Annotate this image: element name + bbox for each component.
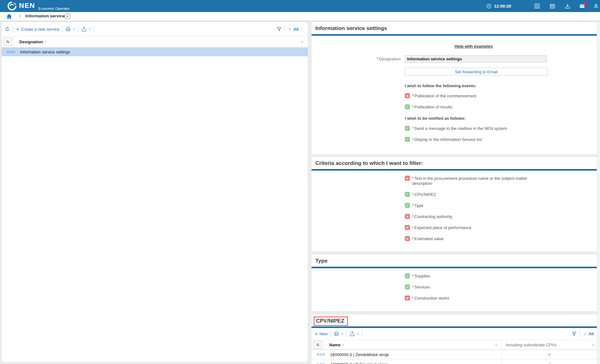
- column-header-subordinate[interactable]: Including subordinate CPVs: [506, 343, 556, 347]
- dropdown-arrow-icon[interactable]: ▽: [341, 332, 343, 336]
- toolbar-separator: [13, 26, 13, 33]
- column-header-designation[interactable]: Designation: [19, 39, 43, 44]
- downloads-button[interactable]: [562, 0, 573, 12]
- filter-preset-arrow-icon[interactable]: ▽: [288, 27, 291, 31]
- cpv-table-row[interactable]: 16000000-5 | Zemědělské stroje ✓: [312, 350, 597, 360]
- section-type: Type ✓ *Supplies ✓ *Services × *Construc…: [312, 255, 597, 311]
- refresh-button[interactable]: [5, 27, 10, 32]
- top-header-bar: NEN Economic Operator 12:00:20: [0, 0, 600, 12]
- checkbox-label: *Supplies: [412, 273, 430, 279]
- profile-button[interactable]: [590, 0, 600, 12]
- checkbox[interactable]: ×: [405, 236, 410, 241]
- print-button[interactable]: ▽: [334, 331, 343, 337]
- checkbox[interactable]: ×: [405, 176, 410, 181]
- help-with-examples-link[interactable]: Help with examples: [455, 44, 493, 49]
- detail-panel: Information service settings Help with e…: [312, 22, 597, 364]
- create-service-button[interactable]: + Create a new service: [16, 27, 59, 32]
- toolbar-separator: [78, 26, 78, 33]
- checkbox-row: ✓ *Services: [405, 284, 582, 290]
- cpv-toolbar: + New ▽ ▽: [312, 328, 597, 340]
- dropdown-arrow-icon[interactable]: ▽: [73, 27, 75, 31]
- set-forwarding-email-button[interactable]: Set forwarding to Email: [405, 68, 547, 76]
- checkbox-label: *Estimated value: [412, 236, 444, 241]
- export-button[interactable]: ▽: [81, 27, 91, 32]
- column-settings-button[interactable]: [314, 341, 322, 349]
- cpv-row-name[interactable]: 16000000-5 | Zemědělské stroje: [330, 352, 389, 357]
- column-filter-arrow-icon[interactable]: ▽: [592, 343, 594, 347]
- checkbox-row: × *Text in the procurement procedure nam…: [405, 176, 582, 186]
- filter-button[interactable]: [572, 331, 577, 337]
- checkbox-label: *Contracting authority: [412, 214, 452, 219]
- checkbox-row: × *Publication of the commencement: [405, 93, 582, 99]
- print-icon: [65, 27, 71, 32]
- print-button[interactable]: ▽: [65, 27, 75, 32]
- row-menu-icon[interactable]: [7, 51, 15, 53]
- filter-preset-arrow-icon[interactable]: ▽: [584, 332, 586, 336]
- checkbox[interactable]: ×: [405, 225, 410, 230]
- filter-all-label[interactable]: All: [588, 331, 594, 336]
- checkbox-row: × *Expected place of performance: [405, 225, 582, 230]
- checkbox-row: ✓ *Publication of results: [405, 104, 582, 110]
- checkbox[interactable]: ✓: [405, 192, 410, 197]
- checkbox[interactable]: ×: [405, 295, 410, 300]
- checkbox-row: ✓ *CPV/NIPEZ: [405, 192, 582, 197]
- calendar-button[interactable]: [547, 0, 558, 12]
- service-table-header: Designation ↑ ▽: [2, 36, 308, 48]
- menu-button[interactable]: [531, 0, 543, 12]
- dropdown-arrow-icon[interactable]: ▽: [357, 332, 359, 336]
- cpv-table-header: Name ↑ ▽ Including subordinate CPVs ▽: [312, 340, 597, 350]
- section-filter-criteria: Criteria according to which I want to fi…: [312, 157, 597, 252]
- new-cpv-label: New: [319, 331, 328, 336]
- new-cpv-button[interactable]: + New: [315, 331, 328, 337]
- checkbox-row: ✓ *Supplies: [405, 273, 582, 279]
- refresh-icon: [5, 27, 10, 32]
- column-header-name[interactable]: Name: [329, 343, 340, 347]
- export-button[interactable]: ▽: [349, 331, 359, 337]
- service-row-name[interactable]: Information service settings: [20, 50, 70, 54]
- column-settings-button[interactable]: [4, 38, 12, 46]
- clock-widget: 12:00:20: [486, 0, 511, 12]
- checkbox[interactable]: ✓: [405, 126, 410, 131]
- checkbox[interactable]: ✓: [405, 273, 410, 278]
- app-subtitle: Economic Operator: [38, 7, 70, 10]
- column-filter-arrow-icon[interactable]: ▽: [495, 343, 498, 347]
- checkbox-row: ✓ *Display in the Information Service li…: [405, 137, 582, 142]
- checkbox-label: *Services: [412, 284, 430, 290]
- row-menu-icon[interactable]: [317, 354, 325, 356]
- filter-button[interactable]: [276, 27, 282, 32]
- service-row-selected[interactable]: Information service settings: [2, 48, 308, 56]
- checkbox-row: × *Estimated value: [405, 236, 582, 241]
- mail-button[interactable]: [576, 0, 588, 12]
- checkbox[interactable]: ✓: [405, 137, 410, 142]
- checkbox[interactable]: ×: [405, 214, 410, 219]
- close-tab-icon[interactable]: ✕: [65, 13, 71, 19]
- breadcrumb-tab-label[interactable]: Information service: [25, 14, 65, 18]
- column-filter-arrow-icon[interactable]: ▽: [301, 40, 303, 44]
- toolbar-separator: [285, 26, 285, 33]
- checkbox-label: *Type: [412, 203, 423, 208]
- checkbox[interactable]: ✓: [405, 104, 410, 109]
- sort-ascending-icon[interactable]: ↑: [44, 40, 46, 44]
- checkbox[interactable]: ✓: [405, 284, 410, 289]
- calendar-icon: [549, 3, 555, 9]
- profile-icon: [593, 3, 599, 9]
- section-title: Criteria according to which I want to fi…: [312, 157, 597, 169]
- dropdown-arrow-icon[interactable]: ▽: [89, 27, 91, 31]
- app-logo[interactable]: NEN: [7, 1, 35, 11]
- designation-input[interactable]: [405, 55, 547, 63]
- inbox-download-icon: [565, 3, 571, 9]
- filter-all-label[interactable]: All: [293, 27, 299, 32]
- checkbox[interactable]: ✓: [405, 203, 410, 208]
- cpv-table-row[interactable]: 42000000-6 | Průmyslové stroje ✓: [312, 360, 597, 364]
- column-settings-cell: [312, 340, 324, 349]
- column-settings-cell: [2, 36, 14, 47]
- checkbox[interactable]: ×: [405, 93, 410, 98]
- app-title: NEN: [19, 1, 35, 10]
- nen-logo-icon: [7, 1, 17, 11]
- required-asterisk: *: [377, 57, 378, 61]
- sort-ascending-icon[interactable]: ↑: [342, 343, 344, 347]
- section-divider: [312, 169, 597, 171]
- cpv-row-name[interactable]: 42000000-6 | Průmyslové stroje: [330, 362, 388, 364]
- home-icon[interactable]: [6, 13, 12, 20]
- scrollbar-track[interactable]: [597, 22, 600, 364]
